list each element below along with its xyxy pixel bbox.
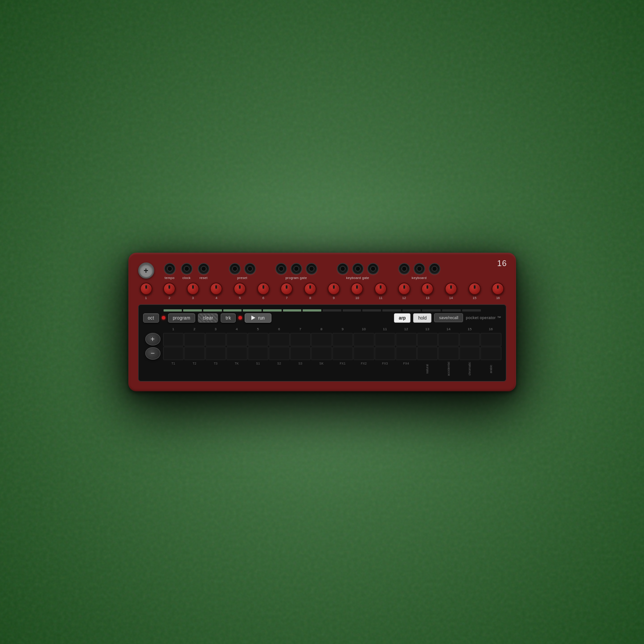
seq-tick-3 (203, 309, 222, 312)
knob-11[interactable] (374, 283, 387, 295)
grid-cell-r2-c4[interactable] (226, 347, 247, 360)
jack-keyboard-2[interactable] (414, 263, 425, 275)
jack-cluster-keyboard: keyboard (398, 263, 440, 280)
arp-button[interactable]: arp (394, 313, 411, 323)
jack-keyboard-3[interactable] (429, 263, 440, 275)
oct-button[interactable]: oct (143, 313, 159, 323)
minus-step-button[interactable]: − (145, 347, 160, 360)
grid-cell-r1-c4[interactable] (226, 333, 247, 346)
grid-cell-r1-c15[interactable] (459, 333, 480, 346)
jack-clock-label: clock (182, 276, 191, 280)
clear-button[interactable]: clear (198, 313, 218, 323)
jack-program-gate-2[interactable] (291, 263, 302, 275)
grid-cell-r2-c9[interactable] (332, 347, 353, 360)
pocket-operator-label: pocket operator ™ (466, 316, 501, 320)
knob-3[interactable] (187, 283, 199, 295)
grid-cell-r2-c12[interactable] (396, 347, 417, 360)
grid-cell-r1-c8[interactable] (311, 333, 332, 346)
grid-cell-r1-c11[interactable] (375, 333, 396, 346)
jack-tempo[interactable] (164, 263, 176, 275)
grid-cell-r2-c10[interactable] (353, 347, 374, 360)
grid-cell-r1-c10[interactable] (353, 333, 374, 346)
jack-keyboard-1[interactable] (398, 263, 410, 275)
jack-reset[interactable] (198, 263, 209, 275)
seq-tick-16 (462, 309, 481, 312)
grid-cell-r2-c5[interactable] (248, 347, 269, 360)
jack-keyboard-gate-3[interactable] (367, 263, 379, 275)
grid-cell-r1-c13[interactable] (417, 333, 438, 346)
jack-keyboard-label: keyboard (412, 276, 427, 280)
grid-cell-r2-c11[interactable] (375, 347, 396, 360)
grid-cell-r1-c2[interactable] (184, 333, 205, 346)
jack-program-gate-3[interactable] (306, 263, 317, 275)
jack-program-gate-label: program gate (285, 276, 307, 280)
knob-5[interactable] (234, 283, 246, 295)
grid-cell-r2-c2[interactable] (184, 347, 205, 360)
lbl-accidental: accidental (447, 361, 450, 377)
col-num-13: 13 (417, 326, 438, 332)
jack-program-gate-1[interactable] (275, 263, 287, 275)
grid-cell-r2-c7[interactable] (290, 347, 311, 360)
knob-4[interactable] (210, 283, 222, 295)
jack-keyboard-gate-1[interactable] (337, 263, 349, 275)
knob-6[interactable] (257, 283, 270, 295)
grid-labels-row: T1 T2 T3 TK S1 S2 S3 SK FX1 FX2 FX3 FX4 … (143, 361, 501, 377)
jack-clock[interactable] (181, 263, 193, 275)
knob-2[interactable] (163, 283, 176, 295)
grid-cell-r1-c14[interactable] (438, 333, 459, 346)
grid-cell-r1-c6[interactable] (269, 333, 290, 346)
knob-10[interactable] (351, 283, 363, 295)
knob-8[interactable] (304, 283, 316, 295)
jacks-section: + tempo clock (138, 263, 506, 280)
grid-cell-r2-c3[interactable] (205, 347, 226, 360)
col-num-6: 6 (269, 326, 290, 332)
grid-cell-r1-c5[interactable] (248, 333, 269, 346)
grid-cell-r2-c14[interactable] (438, 347, 459, 360)
grid-cell-r1-c9[interactable] (332, 333, 353, 346)
main-input-jack[interactable]: + (138, 263, 154, 279)
grid-cell-r2-c8[interactable] (311, 347, 332, 360)
grid-cell-r1-c12[interactable] (396, 333, 417, 346)
lbl-chromatic-container: chromatic (459, 361, 480, 377)
knob-16[interactable] (492, 283, 504, 295)
jack-preset-1[interactable] (229, 263, 241, 275)
jack-keyboard-gate-label: keyboard gate (346, 276, 369, 280)
grid-cell-r1-c3[interactable] (205, 333, 226, 346)
grid-cell-r1-c7[interactable] (290, 333, 311, 346)
jack-tempo-label: tempo (164, 276, 174, 280)
lbl-t1: T1 (163, 361, 184, 377)
grid-cell-r2-c1[interactable] (163, 347, 184, 360)
grid-cell-r2-c6[interactable] (269, 347, 290, 360)
seq-tick-5 (243, 309, 262, 312)
trk-button[interactable]: trk (221, 313, 236, 323)
knob-12[interactable] (398, 283, 410, 295)
grid-body: + − (143, 333, 501, 360)
save-recall-button[interactable]: save/recall (434, 313, 463, 322)
knob-item-13: 13 (421, 283, 434, 300)
knob-14[interactable] (445, 283, 457, 295)
knob-9[interactable] (328, 283, 340, 295)
col-num-11: 11 (375, 326, 396, 332)
grid-cell-r1-c16[interactable] (480, 333, 501, 346)
col-num-2: 2 (184, 326, 205, 332)
knob-15[interactable] (468, 283, 481, 295)
plus-step-button[interactable]: + (145, 333, 160, 345)
jack-keyboard-gate-2[interactable] (352, 263, 364, 275)
lbl-natural: natural (426, 361, 429, 377)
grid-cell-r2-c13[interactable] (417, 347, 438, 360)
program-button[interactable]: program (168, 313, 195, 323)
knob-item-7: 7 (280, 283, 293, 300)
grid-cell-r2-c15[interactable] (459, 347, 480, 360)
knob-13[interactable] (421, 283, 434, 295)
knob-1[interactable] (140, 283, 152, 295)
grid-cell-r2-c16[interactable] (480, 347, 501, 360)
jack-preset-2[interactable] (244, 263, 256, 275)
run-button[interactable]: run (245, 313, 271, 323)
knob-7[interactable] (280, 283, 293, 295)
hold-button[interactable]: hold (413, 313, 431, 323)
lbl-s2: S2 (269, 361, 290, 377)
controls-row: oct program clear trk run arp hol (143, 313, 501, 323)
knob-label-3: 3 (192, 296, 194, 300)
seq-tick-10 (343, 309, 361, 312)
grid-cell-r1-c1[interactable] (163, 333, 184, 346)
